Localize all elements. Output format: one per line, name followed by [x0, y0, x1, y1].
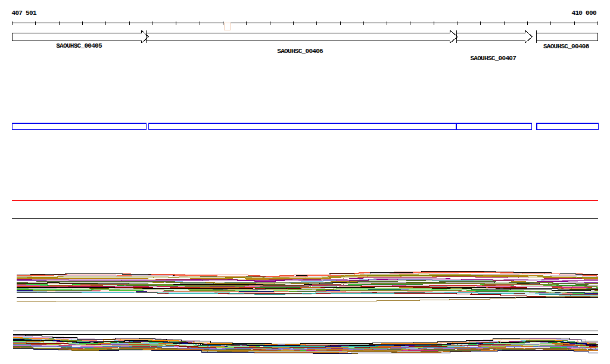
svg-text:SAOUHSC_00405: SAOUHSC_00405 [56, 42, 102, 49]
svg-text:SAOUHSC_00406: SAOUHSC_00406 [277, 48, 323, 55]
svg-text:SAOUHSC_00407: SAOUHSC_00407 [470, 55, 516, 62]
svg-text:SAOUHSC_00408: SAOUHSC_00408 [543, 43, 590, 50]
svg-text:407 501: 407 501 [12, 10, 37, 17]
svg-text:410 000: 410 000 [572, 10, 596, 17]
